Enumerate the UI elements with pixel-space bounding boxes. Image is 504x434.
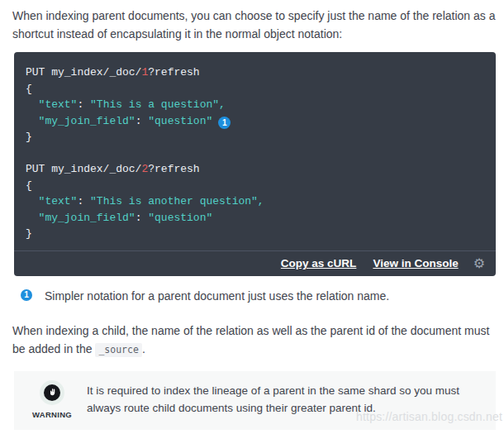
- watermark: https://artisan.blog.csdn.net: [356, 410, 502, 423]
- callout-text: Simpler notation for a parent document j…: [45, 288, 389, 304]
- code-line: [26, 145, 484, 162]
- gear-icon[interactable]: ⚙: [473, 257, 485, 270]
- doc-page: When indexing parent documents, you can …: [0, 0, 504, 430]
- code-footer: Copy as cURL View in Console ⚙: [14, 250, 496, 276]
- intro-paragraph: When indexing parent documents, you can …: [12, 7, 497, 43]
- warning-label: WARNING: [32, 410, 72, 419]
- child-paragraph: When indexing a child, the name of the r…: [12, 322, 497, 359]
- code-line: PUT my_index/_doc/1?refresh: [26, 64, 484, 81]
- code-line: "text": "This is a question",: [26, 97, 484, 113]
- code-line: }: [26, 226, 484, 242]
- code-content: PUT my_index/_doc/1?refresh{ "text": "Th…: [14, 52, 496, 250]
- code-block: PUT my_index/_doc/1?refresh{ "text": "Th…: [14, 52, 496, 276]
- code-line: {: [26, 178, 484, 194]
- child-paragraph-text: When indexing a child, the name of the r…: [12, 324, 489, 355]
- stop-hand-icon: [44, 384, 60, 401]
- code-line: "text": "This is another question",: [26, 193, 484, 210]
- code-line: "my_join_field": "question": [26, 210, 484, 227]
- code-line: PUT my_index/_doc/2?refresh: [26, 161, 484, 178]
- source-inline-code: _source: [95, 343, 141, 357]
- code-line: }: [26, 129, 484, 145]
- code-line: {: [26, 81, 484, 98]
- warning-icon-ring: [40, 380, 64, 405]
- code-callout-badge: 1: [218, 117, 231, 129]
- child-paragraph-period: .: [142, 342, 145, 355]
- copy-as-curl-link[interactable]: Copy as cURL: [281, 257, 357, 269]
- view-in-console-link[interactable]: View in Console: [373, 257, 458, 269]
- callout-number-badge: 1: [21, 289, 32, 301]
- callout-row: 1 Simpler notation for a parent document…: [21, 288, 496, 304]
- warning-icon-column: WARNING: [29, 380, 75, 419]
- code-line: "my_join_field": "question"1: [26, 113, 484, 130]
